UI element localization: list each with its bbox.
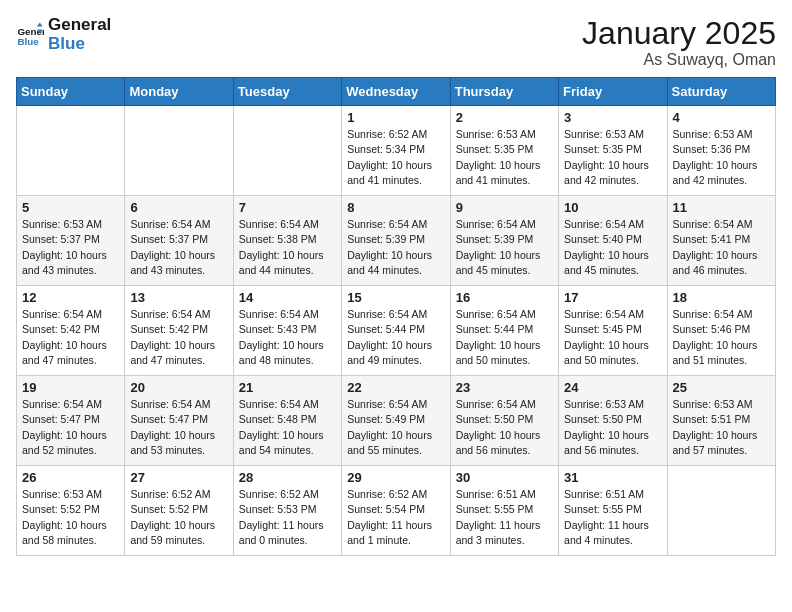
calendar-cell: 23Sunrise: 6:54 AMSunset: 5:50 PMDayligh…: [450, 376, 558, 466]
day-number: 27: [130, 470, 227, 485]
daylight-text: Daylight: 10 hours and 59 minutes.: [130, 518, 227, 548]
day-header-wednesday: Wednesday: [342, 78, 450, 106]
sunrise-text: Sunrise: 6:54 AM: [22, 397, 119, 412]
day-info: Sunrise: 6:54 AMSunset: 5:47 PMDaylight:…: [22, 397, 119, 458]
day-info: Sunrise: 6:54 AMSunset: 5:40 PMDaylight:…: [564, 217, 661, 278]
sunset-text: Sunset: 5:37 PM: [130, 232, 227, 247]
daylight-text: Daylight: 10 hours and 48 minutes.: [239, 338, 336, 368]
calendar-cell: 28Sunrise: 6:52 AMSunset: 5:53 PMDayligh…: [233, 466, 341, 556]
sunset-text: Sunset: 5:46 PM: [673, 322, 770, 337]
daylight-text: Daylight: 10 hours and 47 minutes.: [130, 338, 227, 368]
daylight-text: Daylight: 10 hours and 55 minutes.: [347, 428, 444, 458]
sunset-text: Sunset: 5:34 PM: [347, 142, 444, 157]
day-number: 28: [239, 470, 336, 485]
sunset-text: Sunset: 5:35 PM: [456, 142, 553, 157]
calendar-cell: 3Sunrise: 6:53 AMSunset: 5:35 PMDaylight…: [559, 106, 667, 196]
calendar-subtitle: As Suwayq, Oman: [582, 51, 776, 69]
day-number: 22: [347, 380, 444, 395]
day-number: 10: [564, 200, 661, 215]
calendar-cell: 17Sunrise: 6:54 AMSunset: 5:45 PMDayligh…: [559, 286, 667, 376]
day-number: 16: [456, 290, 553, 305]
day-number: 21: [239, 380, 336, 395]
day-info: Sunrise: 6:54 AMSunset: 5:37 PMDaylight:…: [130, 217, 227, 278]
day-number: 24: [564, 380, 661, 395]
calendar-cell: 12Sunrise: 6:54 AMSunset: 5:42 PMDayligh…: [17, 286, 125, 376]
svg-marker-2: [37, 22, 43, 26]
sunset-text: Sunset: 5:51 PM: [673, 412, 770, 427]
sunset-text: Sunset: 5:43 PM: [239, 322, 336, 337]
sunrise-text: Sunrise: 6:54 AM: [130, 307, 227, 322]
sunrise-text: Sunrise: 6:54 AM: [456, 397, 553, 412]
day-info: Sunrise: 6:54 AMSunset: 5:38 PMDaylight:…: [239, 217, 336, 278]
sunset-text: Sunset: 5:52 PM: [130, 502, 227, 517]
day-info: Sunrise: 6:54 AMSunset: 5:45 PMDaylight:…: [564, 307, 661, 368]
sunrise-text: Sunrise: 6:54 AM: [564, 217, 661, 232]
day-number: 9: [456, 200, 553, 215]
sunrise-text: Sunrise: 6:54 AM: [22, 307, 119, 322]
sunrise-text: Sunrise: 6:53 AM: [456, 127, 553, 142]
day-info: Sunrise: 6:54 AMSunset: 5:44 PMDaylight:…: [347, 307, 444, 368]
title-block: January 2025 As Suwayq, Oman: [582, 16, 776, 69]
calendar-cell: 30Sunrise: 6:51 AMSunset: 5:55 PMDayligh…: [450, 466, 558, 556]
calendar-cell: 18Sunrise: 6:54 AMSunset: 5:46 PMDayligh…: [667, 286, 775, 376]
day-header-tuesday: Tuesday: [233, 78, 341, 106]
day-info: Sunrise: 6:51 AMSunset: 5:55 PMDaylight:…: [564, 487, 661, 548]
calendar-cell: 29Sunrise: 6:52 AMSunset: 5:54 PMDayligh…: [342, 466, 450, 556]
daylight-text: Daylight: 10 hours and 58 minutes.: [22, 518, 119, 548]
calendar-cell: 16Sunrise: 6:54 AMSunset: 5:44 PMDayligh…: [450, 286, 558, 376]
daylight-text: Daylight: 10 hours and 45 minutes.: [564, 248, 661, 278]
day-info: Sunrise: 6:54 AMSunset: 5:50 PMDaylight:…: [456, 397, 553, 458]
sunrise-text: Sunrise: 6:53 AM: [22, 217, 119, 232]
day-info: Sunrise: 6:52 AMSunset: 5:53 PMDaylight:…: [239, 487, 336, 548]
day-number: 29: [347, 470, 444, 485]
day-number: 6: [130, 200, 227, 215]
day-number: 30: [456, 470, 553, 485]
daylight-text: Daylight: 10 hours and 42 minutes.: [673, 158, 770, 188]
sunrise-text: Sunrise: 6:54 AM: [130, 217, 227, 232]
calendar-cell: 11Sunrise: 6:54 AMSunset: 5:41 PMDayligh…: [667, 196, 775, 286]
sunrise-text: Sunrise: 6:52 AM: [347, 127, 444, 142]
day-info: Sunrise: 6:54 AMSunset: 5:46 PMDaylight:…: [673, 307, 770, 368]
sunrise-text: Sunrise: 6:52 AM: [347, 487, 444, 502]
calendar-cell: 1Sunrise: 6:52 AMSunset: 5:34 PMDaylight…: [342, 106, 450, 196]
day-header-thursday: Thursday: [450, 78, 558, 106]
sunset-text: Sunset: 5:50 PM: [456, 412, 553, 427]
calendar-cell: 21Sunrise: 6:54 AMSunset: 5:48 PMDayligh…: [233, 376, 341, 466]
sunset-text: Sunset: 5:40 PM: [564, 232, 661, 247]
calendar-cell: [17, 106, 125, 196]
sunset-text: Sunset: 5:47 PM: [130, 412, 227, 427]
sunset-text: Sunset: 5:54 PM: [347, 502, 444, 517]
daylight-text: Daylight: 11 hours and 1 minute.: [347, 518, 444, 548]
sunset-text: Sunset: 5:36 PM: [673, 142, 770, 157]
calendar-cell: 8Sunrise: 6:54 AMSunset: 5:39 PMDaylight…: [342, 196, 450, 286]
sunset-text: Sunset: 5:45 PM: [564, 322, 661, 337]
sunset-text: Sunset: 5:39 PM: [347, 232, 444, 247]
daylight-text: Daylight: 10 hours and 56 minutes.: [564, 428, 661, 458]
calendar-cell: 6Sunrise: 6:54 AMSunset: 5:37 PMDaylight…: [125, 196, 233, 286]
day-number: 4: [673, 110, 770, 125]
day-number: 23: [456, 380, 553, 395]
daylight-text: Daylight: 11 hours and 3 minutes.: [456, 518, 553, 548]
day-info: Sunrise: 6:51 AMSunset: 5:55 PMDaylight:…: [456, 487, 553, 548]
calendar-cell: 24Sunrise: 6:53 AMSunset: 5:50 PMDayligh…: [559, 376, 667, 466]
calendar-cell: 31Sunrise: 6:51 AMSunset: 5:55 PMDayligh…: [559, 466, 667, 556]
sunset-text: Sunset: 5:49 PM: [347, 412, 444, 427]
day-number: 17: [564, 290, 661, 305]
sunset-text: Sunset: 5:55 PM: [564, 502, 661, 517]
daylight-text: Daylight: 10 hours and 46 minutes.: [673, 248, 770, 278]
sunrise-text: Sunrise: 6:52 AM: [130, 487, 227, 502]
week-row-1: 1Sunrise: 6:52 AMSunset: 5:34 PMDaylight…: [17, 106, 776, 196]
daylight-text: Daylight: 10 hours and 57 minutes.: [673, 428, 770, 458]
calendar-cell: 7Sunrise: 6:54 AMSunset: 5:38 PMDaylight…: [233, 196, 341, 286]
calendar-cell: 15Sunrise: 6:54 AMSunset: 5:44 PMDayligh…: [342, 286, 450, 376]
day-info: Sunrise: 6:53 AMSunset: 5:35 PMDaylight:…: [456, 127, 553, 188]
day-header-friday: Friday: [559, 78, 667, 106]
daylight-text: Daylight: 10 hours and 50 minutes.: [564, 338, 661, 368]
day-info: Sunrise: 6:54 AMSunset: 5:44 PMDaylight:…: [456, 307, 553, 368]
day-info: Sunrise: 6:54 AMSunset: 5:43 PMDaylight:…: [239, 307, 336, 368]
sunset-text: Sunset: 5:47 PM: [22, 412, 119, 427]
calendar-cell: 2Sunrise: 6:53 AMSunset: 5:35 PMDaylight…: [450, 106, 558, 196]
week-row-3: 12Sunrise: 6:54 AMSunset: 5:42 PMDayligh…: [17, 286, 776, 376]
day-number: 25: [673, 380, 770, 395]
calendar-cell: [125, 106, 233, 196]
